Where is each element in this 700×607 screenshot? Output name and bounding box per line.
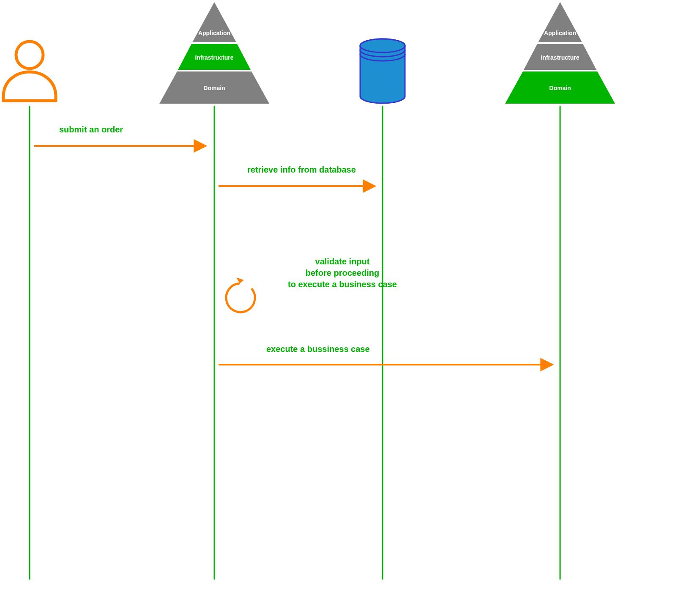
svg-point-5: [360, 39, 405, 52]
self-loop-icon: [226, 277, 255, 312]
pyramid1-top-label: Application: [198, 30, 230, 36]
pyramid2-bot-label: Domain: [549, 85, 571, 91]
sequence-diagram: Application Infrastructure Domain Applic…: [0, 0, 700, 607]
pyramid1-mid-label: Infrastructure: [195, 54, 233, 61]
svg-point-0: [16, 41, 43, 69]
database-actor: [360, 39, 405, 103]
user-actor: [3, 41, 56, 101]
pyramid2-mid-label: Infrastructure: [541, 54, 579, 61]
pyramid1-bot-label: Domain: [203, 85, 225, 91]
msg-execute: execute a bussiness case: [266, 344, 370, 354]
pyramid2-top-label: Application: [544, 30, 576, 36]
msg-submit-order: submit an order: [59, 125, 123, 134]
msg-loop-l3: to execute a business case: [288, 280, 397, 289]
msg-retrieve-db: retrieve info from database: [247, 165, 356, 174]
pyramid-infrastructure: Application Infrastructure Domain: [159, 2, 269, 104]
msg-loop-l1: validate input: [315, 257, 370, 266]
msg-loop-l2: before proceeding: [306, 268, 379, 277]
pyramid-domain: Application Infrastructure Domain: [505, 2, 615, 104]
